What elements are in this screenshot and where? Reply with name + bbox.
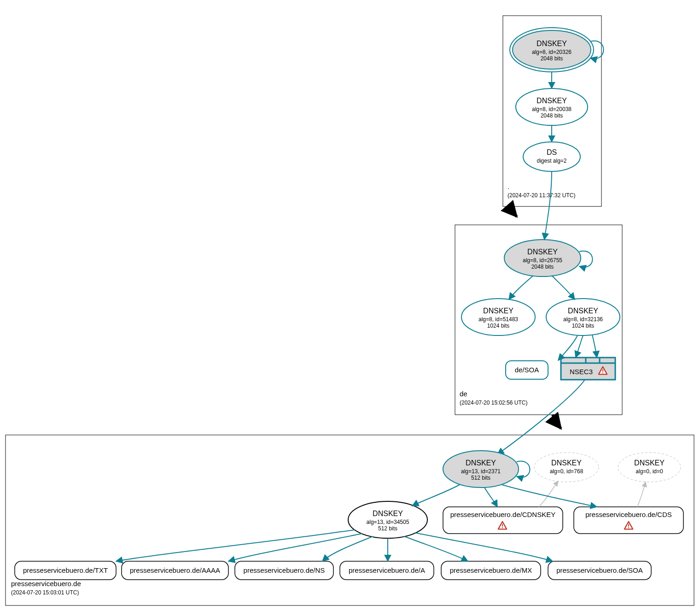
svg-point-11: [523, 142, 580, 171]
svg-text:DNSKEY: DNSKEY: [466, 459, 496, 467]
svg-text:presseservicebuero.de/CDS: presseservicebuero.de/CDS: [585, 511, 672, 518]
node-rr-aaaa: presseservicebuero.de/AAAA: [122, 561, 228, 580]
node-de-soa: de/SOA: [506, 361, 548, 379]
svg-text:DNSKEY: DNSKEY: [527, 248, 558, 256]
svg-text:1024 bits: 1024 bits: [487, 323, 510, 329]
zone-domain-ts: (2024-07-20 15:03:01 UTC): [11, 589, 79, 596]
node-rr-mx: presseservicebuero.de/MX: [441, 561, 541, 580]
node-de-dnskey-ksk: DNSKEY alg=8, id=26755 2048 bits: [504, 240, 581, 276]
svg-text:alg=0, id=768: alg=0, id=768: [550, 468, 583, 475]
node-root-dnskey-zsk: DNSKEY alg=8, id=20038 2048 bits: [516, 88, 588, 125]
svg-text:de/SOA: de/SOA: [515, 366, 539, 374]
svg-text:DNSKEY: DNSKEY: [551, 459, 582, 467]
node-de-dnskey-51483: DNSKEY alg=8, id=51483 1024 bits: [461, 299, 535, 335]
edge-domksk-zsk: [412, 485, 460, 506]
zone-root-name: .: [508, 182, 509, 190]
svg-text:presseservicebuero.de/A: presseservicebuero.de/A: [349, 566, 425, 574]
svg-text:presseservicebuero.de/CDNSKEY: presseservicebuero.de/CDNSKEY: [450, 511, 555, 518]
node-rr-a: presseservicebuero.de/A: [340, 561, 434, 580]
svg-text:1024 bits: 1024 bits: [572, 323, 595, 329]
edge-cdnskey-gray: [539, 481, 558, 507]
node-rr-cdnskey: presseservicebuero.de/CDNSKEY: [443, 507, 563, 534]
edge-32136-soa: [558, 335, 578, 360]
svg-point-40: [618, 452, 681, 482]
zone-de-ts: (2024-07-20 15:02:56 UTC): [460, 400, 527, 406]
svg-text:presseservicebuero.de/MX: presseservicebuero.de/MX: [450, 566, 532, 574]
svg-text:DNSKEY: DNSKEY: [634, 459, 665, 467]
node-dom-dnskey-768: DNSKEY alg=0, id=768: [534, 452, 599, 482]
node-rr-cds: presseservicebuero.de/CDS: [574, 507, 683, 534]
svg-text:alg=13, id=2371: alg=13, id=2371: [461, 468, 501, 475]
svg-text:DNSKEY: DNSKEY: [568, 307, 598, 315]
node-root-dnskey-ksk: DNSKEY alg=8, id=20326 2048 bits: [510, 28, 594, 72]
svg-text:presseservicebuero.de/NS: presseservicebuero.de/NS: [244, 566, 325, 574]
svg-text:DS: DS: [547, 148, 557, 156]
edge-32136-nsec3b: [592, 335, 597, 358]
svg-text:DNSKEY: DNSKEY: [373, 510, 403, 517]
edge-domksk-cdnskey: [484, 488, 497, 507]
node-dom-dnskey-ksk: DNSKEY alg=13, id=2371 512 bits: [443, 451, 519, 488]
svg-point-37: [534, 452, 599, 482]
svg-text:2048 bits: 2048 bits: [541, 55, 563, 62]
edge-32136-nsec3a: [576, 335, 583, 358]
edge-domksk-cds: [502, 485, 597, 507]
edge-deksk-self: [579, 251, 593, 267]
node-root-ds: DS digest alg=2: [523, 142, 580, 171]
edge-root-de-delegation: [508, 206, 517, 217]
svg-text:512 bits: 512 bits: [378, 525, 397, 532]
svg-text:alg=8, id=20326: alg=8, id=20326: [532, 49, 572, 55]
svg-text:alg=8, id=26755: alg=8, id=26755: [523, 257, 562, 264]
svg-text:2048 bits: 2048 bits: [531, 264, 554, 270]
svg-text:NSEC3: NSEC3: [570, 368, 593, 376]
node-de-dnskey-32136: DNSKEY alg=8, id=32136 1024 bits: [546, 299, 620, 335]
svg-text:DNSKEY: DNSKEY: [483, 307, 513, 315]
edge-cds-gray: [637, 482, 646, 507]
svg-text:DNSKEY: DNSKEY: [537, 40, 567, 47]
node-dom-dnskey-0: DNSKEY alg=0, id=0: [618, 452, 681, 482]
svg-text:512 bits: 512 bits: [471, 475, 490, 481]
zone-domain-name: presseservicebuero.de: [11, 580, 81, 588]
edge-zsk-soa: [414, 533, 553, 561]
edge-de-domain-delegation: [553, 415, 561, 429]
edge-nsec3-domksk: [497, 380, 585, 454]
svg-text:presseservicebuero.de/AAAA: presseservicebuero.de/AAAA: [130, 566, 220, 574]
edge-deksk-32136: [552, 276, 575, 300]
zone-de-name: de: [460, 390, 467, 398]
svg-text:alg=8, id=20038: alg=8, id=20038: [532, 106, 572, 112]
svg-text:2048 bits: 2048 bits: [541, 112, 563, 119]
svg-text:presseservicebuero.de/TXT: presseservicebuero.de/TXT: [23, 566, 108, 574]
node-de-nsec3: NSEC3: [561, 358, 615, 380]
svg-text:digest alg=2: digest alg=2: [537, 158, 566, 164]
svg-text:alg=8, id=32136: alg=8, id=32136: [563, 316, 603, 323]
svg-text:DNSKEY: DNSKEY: [537, 97, 567, 105]
svg-text:alg=8, id=51483: alg=8, id=51483: [478, 316, 518, 323]
edge-deksk-51483: [509, 276, 533, 300]
dnssec-auth-graph: . (2024-07-20 11:37:32 UTC) DNSKEY alg=8…: [0, 0, 700, 611]
svg-text:presseservicebuero.de/SOA: presseservicebuero.de/SOA: [556, 566, 643, 574]
zone-root-ts: (2024-07-20 11:37:32 UTC): [508, 192, 575, 199]
node-rr-ns: presseservicebuero.de/NS: [235, 561, 333, 580]
svg-text:alg=0, id=0: alg=0, id=0: [636, 468, 663, 475]
edge-zsk-mx: [404, 536, 468, 561]
edge-ds-deksk: [544, 171, 552, 240]
node-rr-txt: presseservicebuero.de/TXT: [15, 561, 116, 580]
svg-text:alg=13, id=34505: alg=13, id=34505: [367, 519, 409, 525]
edge-zsk-txt: [116, 530, 355, 561]
node-rr-soa: presseservicebuero.de/SOA: [548, 561, 651, 580]
